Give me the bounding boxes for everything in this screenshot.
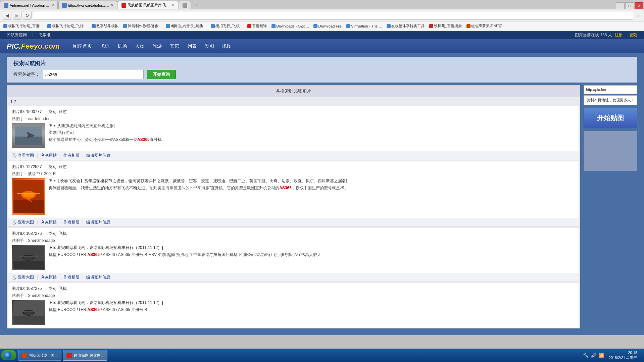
nav-travel[interactable]: 旅游 <box>149 42 165 51</box>
window-minimize-btn[interactable]: ─ <box>616 2 625 9</box>
bookmark-8[interactable]: Downloads - OZx ... <box>269 23 311 29</box>
result-4-id: 1087275 <box>26 286 42 291</box>
nav-airports[interactable]: 机场 <box>114 42 130 51</box>
taskbar-btn-reader[interactable]: 福昕阅读器 - 诶... <box>18 350 61 361</box>
result-3-thumb <box>12 245 45 270</box>
result-2-action-edit[interactable]: 编辑图片信息 <box>86 219 110 225</box>
sep2: ｜ <box>58 153 62 158</box>
bookmark-5[interactable]: dj舞曲_dj音乐_嗨曲... <box>164 23 208 29</box>
bookmark-9[interactable]: Download File <box>311 23 344 29</box>
nav-post[interactable]: 发图 <box>201 42 217 51</box>
login-link[interactable]: 登陆 <box>629 32 637 38</box>
result-2-actions: 🔍 查看大图 ｜ 浏览原帖 ｜ 作者相册 ｜ 编辑图片信息 <box>8 218 579 227</box>
result-item-4: 图片ID: 1087275 类别: 飞机 贴图手：Shenzhendage <box>8 283 579 328</box>
bookmark-4[interactable]: 涂装制作教程-逐步... <box>121 23 164 29</box>
result-2-action-enlarge[interactable]: 查看大图 <box>18 219 34 225</box>
tab-1[interactable]: Airliners.net | Aviation ... ✕ <box>0 1 58 9</box>
result-3-action-album[interactable]: 作者相册 <box>63 274 80 280</box>
bookmark-7[interactable]: 百度翻译 <box>245 23 269 29</box>
result-1-action-album[interactable]: 作者相册 <box>63 153 80 158</box>
result-1-action-edit[interactable]: 编辑图片信息 <box>86 153 110 158</box>
bookmark-13[interactable]: 红包降薪天-DNF官... <box>464 23 507 29</box>
bookmark-star[interactable]: ☆ <box>636 12 641 19</box>
bookmark-13-favicon <box>466 24 470 28</box>
result-2-id: 1272527 <box>26 164 42 169</box>
page-1-link[interactable]: 1 <box>10 99 13 104</box>
bookmark-5-favicon <box>166 24 170 28</box>
tab-new-btn[interactable]: + <box>192 1 201 9</box>
window-maximize-btn[interactable]: □ <box>625 2 634 9</box>
result-1-poster: eardefender <box>28 116 50 121</box>
window-close-btn[interactable]: ✕ <box>635 2 643 9</box>
result-3-action-orig[interactable]: 浏览原帖 <box>41 274 57 280</box>
result-4-poster: Shenzhendage <box>28 293 55 298</box>
register-link[interactable]: 注册 <box>615 32 623 38</box>
result-3-highlight: AS365 <box>87 252 100 257</box>
bookmark-6[interactable]: 模拟飞行_飞机... <box>209 23 245 29</box>
tab-1-close[interactable]: ✕ <box>51 3 54 7</box>
result-2-highlight: AS365 <box>279 186 292 190</box>
browser-nav-bar: ◀ ▶ ↻ pic.feeyo.com/querypic.jsp ☆ <box>0 9 644 21</box>
taskbar-btn-browser[interactable]: 民航贴图 民航图... <box>63 350 107 361</box>
bookmark-11-favicon <box>387 24 391 28</box>
tab-4[interactable] <box>179 1 191 9</box>
refresh-btn[interactable]: ↻ <box>23 11 32 20</box>
back-btn[interactable]: ◀ <box>3 11 11 20</box>
search-title: 搜索民航图片 <box>13 60 631 67</box>
forward-btn[interactable]: ▶ <box>13 11 21 20</box>
result-4-img <box>13 301 44 324</box>
bookmark-3[interactable]: 数字战斗模拟 <box>90 23 120 29</box>
result-1-id-label: 图片ID: 1500777 <box>12 109 42 115</box>
tab-2-close[interactable]: ✕ <box>111 3 113 7</box>
logo-feeyo: Feeyo.com <box>21 42 60 50</box>
bookmark-1[interactable]: 模拟飞行论坛_百度... <box>1 23 45 29</box>
topbar-link-minhang[interactable]: 民航资源网 <box>7 32 27 38</box>
nav-home[interactable]: 图库首页 <box>70 42 95 51</box>
sidebar-post-btn[interactable]: 开始贴图 <box>584 108 637 128</box>
search-input[interactable] <box>43 70 144 79</box>
bookmark-2[interactable]: 模拟飞行论坛_飞行... <box>45 23 89 29</box>
nav-planes[interactable]: 飞机 <box>97 42 113 51</box>
result-3-action-edit[interactable]: 编辑图片信息 <box>86 274 110 280</box>
tab-3-close[interactable]: ✕ <box>172 3 175 7</box>
result-1-thumb <box>12 123 45 148</box>
nav-request[interactable]: 求图 <box>219 42 235 51</box>
bookmark-12[interactable]: 铁棒蕉_百度搜索 <box>427 23 464 29</box>
result-3-action-enlarge[interactable]: 查看大图 <box>18 274 34 280</box>
result-item-1: 图片ID: 1500777 类别: 旅游 贴图手：eardefender <box>8 106 579 151</box>
tab-3-favicon <box>121 3 126 8</box>
tab-2[interactable]: https://www.jetphotos.c... ✕ <box>58 1 117 9</box>
nav-list[interactable]: 列表 <box>184 42 200 51</box>
result-2-img <box>13 180 44 213</box>
bookmark-10[interactable]: Simviation - The ... <box>344 23 384 29</box>
result-2-action-album[interactable]: 作者相册 <box>63 219 80 225</box>
sep9: ｜ <box>81 274 85 280</box>
result-1-info: [Re: 从新加坡到河内三天直升机之旅] 类别:飞行游记 这个就是通航中心。旁边… <box>49 123 162 148</box>
svg-rect-3 <box>13 200 44 213</box>
online-count: 图库当前在线 138 人 <box>575 32 612 38</box>
nav-other[interactable]: 其它 <box>166 42 183 51</box>
svg-rect-16 <box>13 316 44 324</box>
sidebar-share-btn[interactable]: 复制本页地址，发现更多人！ <box>584 95 637 105</box>
nav-people[interactable]: 人物 <box>132 42 148 51</box>
tab-3-active[interactable]: 民航贴图 民航图片库 飞... ✕ <box>118 1 178 9</box>
result-4-info: [Re: 看完航母看飞机，香港国际机场拍机丰日行（2011.11.12）] 机型… <box>49 300 163 325</box>
result-4-highlight: AS365 <box>87 307 100 312</box>
start-btn[interactable] <box>1 350 16 360</box>
result-3-id-label: 图片ID: 1087276 <box>12 231 42 237</box>
sidebar-url-box: http://pic.fee <box>584 85 637 94</box>
taskbar-browser-label: 民航贴图 民航图... <box>74 353 104 358</box>
result-1-action-enlarge[interactable]: 查看大图 <box>18 153 34 158</box>
topbar-link-feichang[interactable]: 飞常准 <box>39 32 51 38</box>
search-btn[interactable]: 开始查询 <box>147 70 176 79</box>
result-1-action-orig[interactable]: 浏览原帖 <box>41 153 57 158</box>
result-2-action-orig[interactable]: 浏览原帖 <box>41 219 57 225</box>
site-topbar: 民航资源网 | 飞常准 图库当前在线 138 人 注册 | 登陆 <box>0 31 644 39</box>
bookmark-6-label: 模拟飞行_飞机... <box>215 23 243 29</box>
page-2-link[interactable]: 2 <box>14 99 16 104</box>
result-3-poster: Shenzhendage <box>28 238 55 243</box>
pagination: 1 2 <box>7 97 580 106</box>
result-3-desc: 机型:EUROCOPTER AS365 / AS366 / AS565 注册号:… <box>49 252 325 258</box>
address-bar[interactable]: pic.feeyo.com/querypic.jsp <box>33 11 633 20</box>
bookmark-11[interactable]: 在线繁体字转换工具 <box>385 23 427 29</box>
